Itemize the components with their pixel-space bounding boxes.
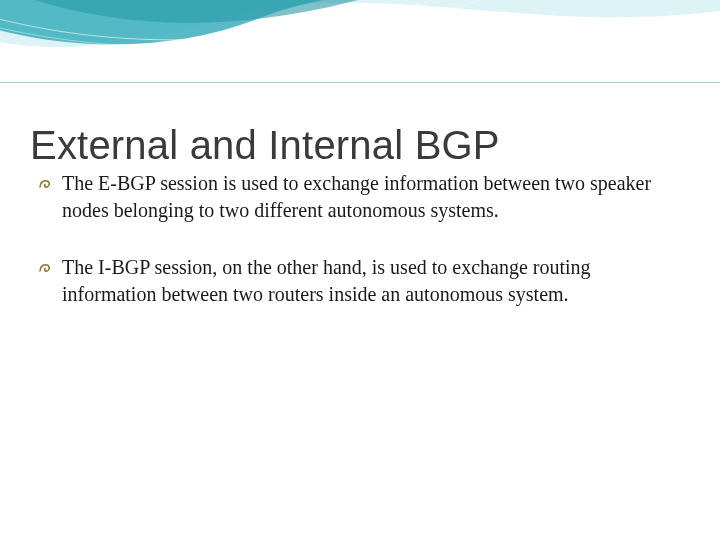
list-item: The I-BGP session, on the other hand, is… [38, 254, 672, 308]
slide-body: The E-BGP session is used to exchange in… [38, 170, 672, 338]
wave-decoration [0, 0, 720, 120]
list-item: The E-BGP session is used to exchange in… [38, 170, 672, 224]
bullet-text: The E-BGP session is used to exchange in… [62, 170, 672, 224]
bullet-swirl-icon [38, 172, 60, 198]
horizontal-rule [0, 82, 720, 83]
slide-title: External and Internal BGP [30, 123, 690, 168]
bullet-swirl-icon [38, 256, 60, 282]
bullet-text: The I-BGP session, on the other hand, is… [62, 254, 672, 308]
